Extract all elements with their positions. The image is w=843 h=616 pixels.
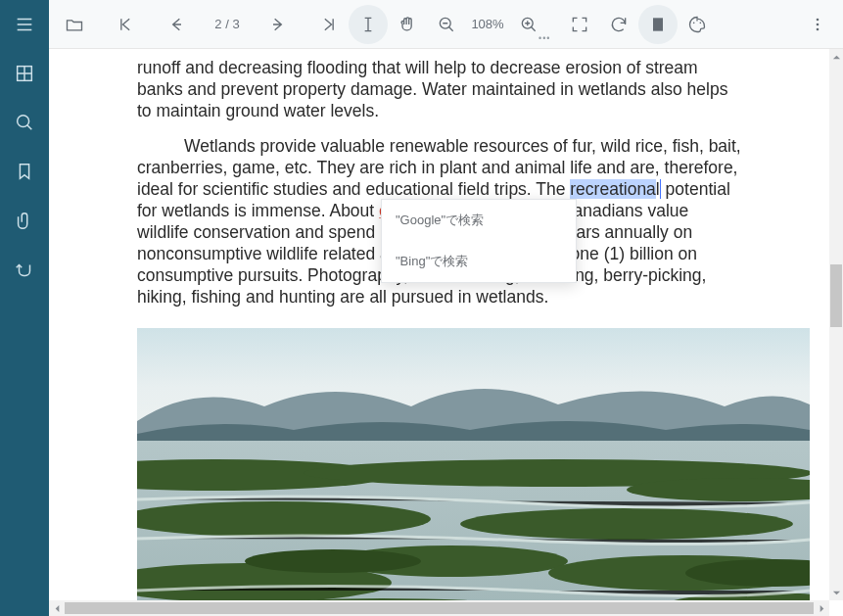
page-indicator[interactable]: 2 / 3 xyxy=(208,17,247,31)
next-page-button[interactable] xyxy=(258,5,298,44)
paragraph-1[interactable]: runoff and decreasing flooding that will… xyxy=(137,57,741,121)
palette-button[interactable] xyxy=(678,5,717,44)
bookmark-icon[interactable] xyxy=(0,147,49,196)
search-bing-menuitem[interactable]: "Bing"で検索 xyxy=(382,241,576,282)
search-icon[interactable] xyxy=(0,98,49,147)
pan-tool[interactable] xyxy=(388,5,427,44)
sidebar xyxy=(0,0,49,616)
menu-icon[interactable] xyxy=(0,0,49,49)
document-image xyxy=(137,328,810,600)
svg-point-17 xyxy=(460,508,793,540)
context-menu: "Google"で検索 "Bing"で検索 xyxy=(381,199,577,283)
svg-point-6 xyxy=(697,20,699,22)
fullscreen-button[interactable] xyxy=(560,5,599,44)
search-google-menuitem[interactable]: "Google"で検索 xyxy=(382,200,576,241)
prev-page-button[interactable] xyxy=(157,5,196,44)
grid-icon[interactable] xyxy=(0,49,49,98)
fit-page-button[interactable] xyxy=(638,5,678,44)
svg-point-7 xyxy=(700,22,702,24)
toolbar: 2 / 3 108% ••• xyxy=(49,0,843,49)
svg-rect-4 xyxy=(653,18,663,30)
document-scroll[interactable]: runoff and decreasing flooding that will… xyxy=(49,49,829,600)
scroll-down-arrow[interactable] xyxy=(829,585,843,600)
horizontal-scrollbar[interactable] xyxy=(49,600,829,616)
overflow-indicator: ••• xyxy=(539,33,550,43)
svg-point-9 xyxy=(817,23,820,25)
svg-point-10 xyxy=(817,27,820,30)
vertical-scrollbar[interactable] xyxy=(829,49,843,600)
attachment-icon[interactable] xyxy=(0,196,49,245)
text-selection[interactable]: recreationa xyxy=(570,179,656,199)
scroll-right-arrow[interactable] xyxy=(814,600,829,616)
scroll-left-arrow[interactable] xyxy=(49,600,65,616)
undo-icon[interactable] xyxy=(0,245,49,294)
horizontal-scroll-thumb[interactable] xyxy=(65,602,814,614)
viewer: runoff and decreasing flooding that will… xyxy=(49,49,843,616)
last-page-button[interactable] xyxy=(309,5,349,44)
vertical-scroll-thumb[interactable] xyxy=(830,264,842,327)
more-icon[interactable] xyxy=(798,5,837,44)
rotate-button[interactable] xyxy=(599,5,638,44)
svg-point-5 xyxy=(693,22,695,24)
svg-point-8 xyxy=(817,18,820,21)
svg-point-27 xyxy=(245,549,421,573)
first-page-button[interactable] xyxy=(106,5,145,44)
scroll-up-arrow[interactable] xyxy=(829,49,843,65)
open-file-button[interactable] xyxy=(55,5,94,44)
text-select-tool[interactable] xyxy=(349,5,388,44)
zoom-level[interactable]: 108% xyxy=(466,17,509,31)
zoom-out-button[interactable] xyxy=(427,5,466,44)
